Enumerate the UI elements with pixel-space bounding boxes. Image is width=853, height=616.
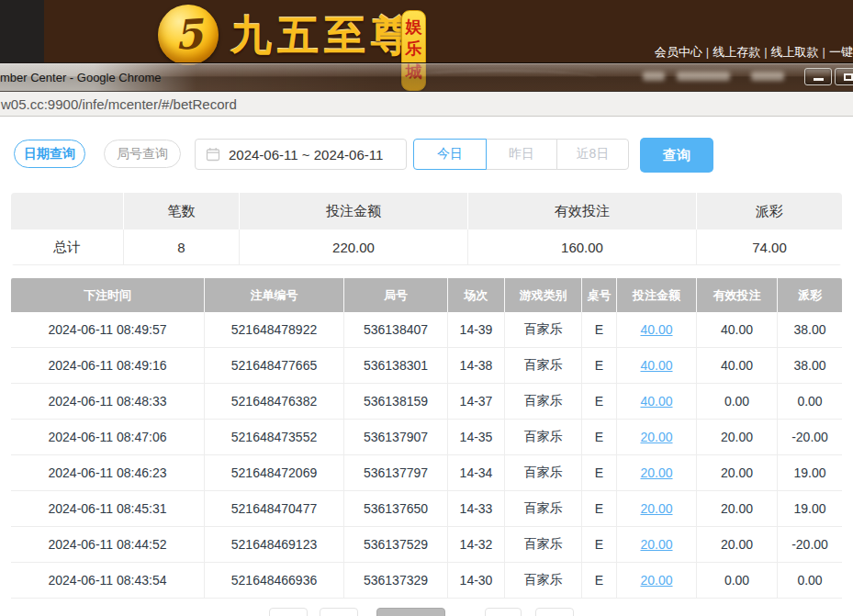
bet-record-table: 下注时间注单编号局号场次游戏类别桌号投注金额有效投注派彩 2024-06-11 … bbox=[11, 278, 842, 599]
bet-cell: E bbox=[582, 420, 617, 454]
nav-separator: | bbox=[764, 45, 767, 59]
date-query-tab[interactable]: 日期查询 bbox=[14, 140, 85, 168]
pagination-button-5[interactable] bbox=[535, 608, 574, 616]
table-row: 2024-06-11 08:48:33521648476382536138159… bbox=[11, 384, 842, 420]
bet-amount-link[interactable]: 20.00 bbox=[640, 430, 672, 444]
url-text: w05.cc:9900/infe/mcenter/#/betRecord bbox=[1, 96, 237, 112]
bet-cell: 536137529 bbox=[344, 527, 448, 562]
summary-header-cell: 有效投注 bbox=[468, 193, 697, 230]
bet-cell: 536138407 bbox=[344, 312, 448, 347]
maximize-icon bbox=[844, 73, 853, 81]
table-row: 2024-06-11 08:46:23521648472069536137797… bbox=[11, 455, 842, 491]
summary-value-cell: 总计 bbox=[11, 230, 124, 264]
bet-cell: 2024-06-11 08:44:52 bbox=[11, 527, 205, 562]
round-query-tab[interactable]: 局号查询 bbox=[104, 140, 181, 168]
maximize-button[interactable] bbox=[835, 68, 853, 85]
search-button[interactable]: 查询 bbox=[640, 138, 713, 173]
quick-range-2[interactable]: 昨日 bbox=[486, 139, 557, 170]
summary-header-cell: 笔数 bbox=[124, 193, 240, 230]
desktop-corner bbox=[0, 0, 44, 62]
bet-cell: 2024-06-11 08:43:54 bbox=[11, 563, 205, 598]
bet-cell: 521648469123 bbox=[205, 527, 344, 562]
date-range-value: 2024-06-11 ~ 2024-06-11 bbox=[229, 147, 383, 162]
bet-cell: 521648478922 bbox=[205, 312, 344, 347]
bet-cell: 19.00 bbox=[778, 491, 842, 526]
summary-header-cell: 派彩 bbox=[697, 193, 842, 230]
nav-link-3[interactable]: 线上取款 bbox=[771, 45, 819, 59]
window-titlebar: mber Center - Google Chrome bbox=[0, 62, 853, 92]
bet-cell: 百家乐 bbox=[505, 384, 582, 419]
bet-amount-link[interactable]: 20.00 bbox=[640, 465, 672, 480]
bet-cell: 百家乐 bbox=[505, 527, 582, 562]
bet-amount-link[interactable]: 20.00 bbox=[640, 573, 672, 588]
calendar-icon bbox=[206, 147, 220, 162]
bet-header-cell: 桌号 bbox=[582, 278, 617, 312]
bet-cell: 百家乐 bbox=[505, 348, 582, 383]
minimize-button[interactable] bbox=[804, 68, 832, 85]
bet-header-cell: 游戏类别 bbox=[505, 278, 582, 312]
nav-link-1[interactable]: 会员中心 bbox=[655, 45, 702, 59]
pagination-button-2[interactable] bbox=[320, 608, 358, 616]
bet-cell: -20.00 bbox=[778, 420, 842, 454]
bet-cell: 40.00 bbox=[617, 348, 697, 383]
bet-cell: 0.00 bbox=[697, 384, 778, 419]
bet-cell: 536137329 bbox=[344, 563, 448, 598]
bet-cell: E bbox=[582, 491, 617, 526]
bet-cell: E bbox=[582, 455, 617, 490]
nav-link-2[interactable]: 线上存款 bbox=[713, 45, 760, 59]
table-row: 2024-06-11 08:47:06521648473552536137907… bbox=[11, 420, 842, 455]
quick-range-1[interactable]: 今日 bbox=[413, 139, 487, 170]
address-bar[interactable]: w05.cc:9900/infe/mcenter/#/betRecord bbox=[0, 92, 853, 117]
pagination-button-4[interactable] bbox=[485, 608, 522, 616]
bet-cell: 14-32 bbox=[448, 527, 505, 562]
bet-cell: 536137797 bbox=[344, 455, 448, 490]
bet-cell: 百家乐 bbox=[505, 455, 582, 490]
quick-range-group: 今日昨日近8日 bbox=[413, 139, 629, 170]
bet-cell: 20.00 bbox=[697, 527, 778, 562]
summary-value-cell: 8 bbox=[124, 230, 240, 264]
bet-cell: 20.00 bbox=[697, 455, 778, 490]
summary-header-cell bbox=[11, 193, 124, 230]
nav-link-4[interactable]: 一键 bbox=[829, 45, 853, 59]
bet-cell: 14-34 bbox=[448, 455, 505, 490]
bet-amount-link[interactable]: 40.00 bbox=[640, 322, 672, 337]
bet-cell: 2024-06-11 08:47:06 bbox=[11, 420, 205, 454]
bet-cell: 20.00 bbox=[617, 420, 697, 454]
summary-value-cell: 74.00 bbox=[697, 230, 842, 264]
bet-cell: 百家乐 bbox=[505, 491, 582, 526]
table-row: 2024-06-11 08:49:57521648478922536138407… bbox=[11, 312, 842, 348]
site-logo-icon: 5 bbox=[158, 5, 219, 65]
bet-cell: 14-39 bbox=[448, 312, 505, 347]
bet-cell: 0.00 bbox=[697, 563, 778, 598]
bet-cell: 2024-06-11 08:48:33 bbox=[11, 384, 205, 419]
bet-header-cell: 局号 bbox=[344, 278, 448, 312]
bet-amount-link[interactable]: 40.00 bbox=[640, 358, 672, 373]
table-row: 2024-06-11 08:43:54521648466936536137329… bbox=[11, 563, 842, 599]
summary-table: 笔数投注金额有效投注派彩 总计8220.00160.0074.00 bbox=[11, 193, 842, 265]
bet-amount-link[interactable]: 20.00 bbox=[640, 537, 672, 552]
bet-cell: 38.00 bbox=[778, 312, 842, 347]
blurred-text bbox=[643, 72, 665, 81]
bet-cell: 20.00 bbox=[617, 527, 697, 562]
summary-total-row: 总计8220.00160.0074.00 bbox=[11, 230, 842, 265]
badge-char: 娱 bbox=[406, 16, 422, 38]
bet-cell: 521648477665 bbox=[205, 348, 344, 383]
quick-range-3[interactable]: 近8日 bbox=[556, 139, 629, 170]
bet-header-cell: 场次 bbox=[448, 278, 505, 312]
page-content: 日期查询 局号查询 2024-06-11 ~ 2024-06-11 今日昨日近8… bbox=[0, 117, 853, 616]
pagination-button-3[interactable] bbox=[376, 608, 445, 616]
bet-cell: 14-37 bbox=[448, 384, 505, 419]
date-range-input[interactable]: 2024-06-11 ~ 2024-06-11 bbox=[195, 139, 407, 170]
bet-cell: 20.00 bbox=[617, 491, 697, 526]
bet-amount-link[interactable]: 40.00 bbox=[640, 394, 672, 409]
bet-cell: 536137907 bbox=[344, 420, 448, 454]
summary-header-row: 笔数投注金额有效投注派彩 bbox=[11, 193, 842, 230]
bet-cell: 0.00 bbox=[778, 563, 842, 598]
bet-table-header-row: 下注时间注单编号局号场次游戏类别桌号投注金额有效投注派彩 bbox=[11, 278, 842, 312]
bet-cell: -20.00 bbox=[778, 527, 842, 562]
bet-amount-link[interactable]: 20.00 bbox=[640, 501, 672, 516]
pagination-button-1[interactable] bbox=[269, 608, 308, 616]
bet-cell: 40.00 bbox=[617, 312, 697, 347]
bet-cell: E bbox=[582, 312, 617, 347]
bet-header-cell: 投注金额 bbox=[617, 278, 697, 312]
